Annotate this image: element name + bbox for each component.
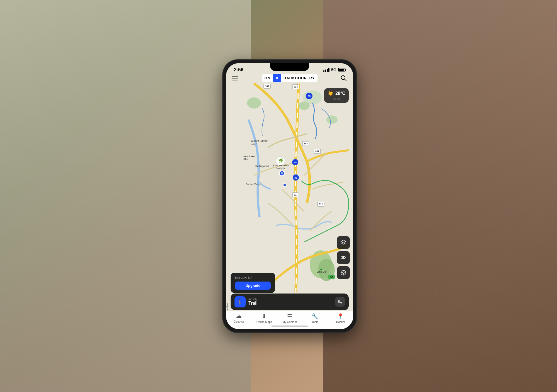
bg-right-panel — [323, 0, 557, 392]
weather-temperature: 28°C — [335, 91, 345, 96]
svg-text:Hills: Hills — [243, 158, 248, 161]
svg-text:909 ft: 909 ft — [251, 143, 257, 146]
weather-top: ☀️ 28°C — [328, 90, 345, 97]
menu-button[interactable] — [231, 73, 241, 83]
header-x-button[interactable]: ✕ — [273, 74, 281, 82]
my-content-label: My Content — [282, 320, 297, 324]
svg-text:183: 183 — [265, 85, 269, 88]
svg-text:West Lake: West Lake — [243, 155, 255, 158]
my-content-icon: ☰ — [287, 313, 292, 320]
offline-maps-icon: ⬇ — [262, 313, 267, 320]
svg-point-44 — [343, 272, 344, 273]
battery-fill — [339, 69, 344, 71]
activity-icon: 🚶 — [237, 299, 243, 305]
svg-point-52 — [341, 302, 342, 303]
svg-text:Sunset Valley: Sunset Valley — [246, 183, 261, 186]
svg-point-39 — [283, 184, 286, 186]
signal-bar-3 — [327, 69, 328, 72]
svg-text:▲: ▲ — [319, 267, 323, 271]
svg-text:71: 71 — [294, 193, 297, 196]
bg-left-panel — [0, 0, 251, 392]
header-backcountry-label: BACKCOUNTRY — [281, 74, 317, 82]
nav-my-content[interactable]: ☰ My Content — [281, 313, 298, 324]
network-label: 5G — [331, 68, 336, 72]
svg-text:Mount Larson: Mount Larson — [251, 139, 268, 142]
activity-info: Activity Trail — [248, 298, 258, 306]
svg-line-41 — [345, 79, 346, 81]
nav-discover[interactable]: ⛰ Discover — [231, 313, 247, 323]
header-title: ON ✕ BACKCOUNTRY — [262, 74, 318, 82]
svg-text:Rollingwood: Rollingwood — [255, 165, 269, 167]
status-icons: 5G — [323, 68, 345, 72]
tracker-label: Tracker — [336, 320, 345, 324]
menu-line-1 — [232, 76, 238, 77]
svg-text:183: 183 — [304, 142, 308, 145]
nav-offline-maps[interactable]: ⬇ Offline Maps — [256, 313, 273, 324]
signal-bar-4 — [328, 68, 329, 72]
upgrade-text: trial days left — [235, 276, 271, 279]
svg-text:35: 35 — [308, 95, 311, 98]
weather-wind: 11 S — [333, 97, 340, 100]
tools-label: Tools — [312, 320, 318, 324]
svg-text:Spotlights: Spotlights — [276, 167, 285, 169]
svg-point-4 — [326, 115, 338, 124]
svg-text:812: 812 — [319, 203, 323, 206]
tools-icon: 🔧 — [312, 313, 319, 320]
screen: Mount Larson 909 ft West Lake Hills Roll… — [226, 63, 353, 329]
search-button[interactable] — [339, 73, 349, 83]
phone-screen-wrapper: Mount Larson 909 ft West Lake Hills Roll… — [226, 63, 353, 329]
offline-maps-label: Offline Maps — [256, 320, 272, 324]
svg-text:LEAVE NO TRACE: LEAVE NO TRACE — [272, 165, 289, 167]
signal-bars — [323, 68, 329, 72]
phone-body: Mount Larson 909 ft West Lake Hills Roll… — [223, 60, 356, 332]
header-on-label: ON — [262, 74, 273, 82]
nav-tools[interactable]: 🔧 Tools — [307, 313, 323, 324]
status-time: 2:56 — [234, 67, 243, 73]
app-header: ON ✕ BACKCOUNTRY — [226, 73, 353, 83]
menu-line-3 — [232, 80, 238, 80]
tracker-icon: 📍 — [337, 313, 344, 320]
activity-name: Trail — [248, 301, 258, 306]
svg-point-2 — [299, 102, 310, 110]
svg-point-3 — [247, 97, 261, 109]
activity-left: 🚶 Activity Trail — [234, 296, 258, 307]
svg-point-38 — [281, 172, 283, 174]
activity-icon-background: 🚶 — [234, 296, 246, 307]
activity-label: Activity — [248, 298, 258, 301]
3d-button[interactable]: 3D — [337, 251, 350, 264]
discover-icon: ⛰ — [236, 313, 242, 319]
notch — [270, 63, 309, 71]
weather-widget[interactable]: ☀️ 28°C 11 S — [324, 88, 349, 103]
home-indicator — [272, 326, 308, 327]
upgrade-button[interactable]: Upgrade — [235, 282, 271, 290]
signal-bar-2 — [325, 70, 326, 72]
menu-line-2 — [232, 78, 238, 78]
svg-text:🌿: 🌿 — [278, 158, 283, 163]
activity-bar[interactable]: 🚶 Activity Trail — [231, 294, 349, 310]
compass-button[interactable] — [337, 266, 350, 279]
mapbox-attribution: mapbox — [226, 303, 228, 311]
signal-bar-1 — [323, 70, 324, 72]
upgrade-banner: trial days left Upgrade — [231, 273, 275, 293]
activity-settings-button[interactable] — [335, 297, 345, 307]
svg-text:969: 969 — [315, 150, 319, 153]
trail-difficulty-badge: 82 — [328, 275, 335, 279]
svg-text:Little Oak: Little Oak — [317, 270, 328, 273]
discover-label: Discover — [233, 320, 244, 323]
svg-text:734: 734 — [294, 85, 298, 88]
svg-text:35: 35 — [294, 161, 297, 164]
map-controls: 3D — [337, 236, 350, 279]
nav-tracker[interactable]: 📍 Tracker — [332, 313, 349, 324]
svg-marker-42 — [341, 240, 346, 243]
svg-point-51 — [338, 300, 339, 302]
svg-text:35: 35 — [294, 176, 297, 179]
weather-icon: ☀️ — [328, 90, 334, 97]
3d-label: 3D — [341, 255, 346, 260]
phone-container: Mount Larson 909 ft West Lake Hills Roll… — [223, 60, 356, 332]
battery-icon — [338, 68, 345, 72]
layers-button[interactable] — [337, 236, 350, 249]
